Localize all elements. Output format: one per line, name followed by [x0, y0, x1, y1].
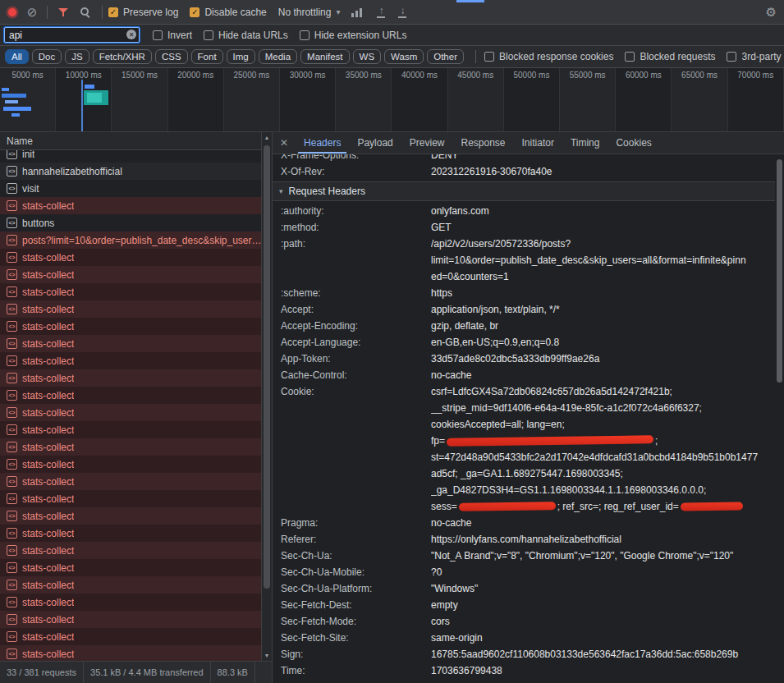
checkbox[interactable]: ✓ — [190, 7, 199, 17]
filter-pill-ws[interactable]: WS — [353, 49, 382, 64]
network-overview-timeline[interactable]: 5000 ms10000 ms15000 ms20000 ms25000 ms3… — [0, 68, 784, 132]
request-row[interactable]: <>stats-collect — [0, 611, 261, 628]
request-row[interactable]: <>stats-collect — [0, 300, 261, 318]
filter-pill-font[interactable]: Font — [191, 49, 223, 64]
header-name: Sec-Fetch-Mode: — [273, 613, 431, 630]
checkbox-blocked-response-cookies[interactable]: Blocked response cookies — [484, 51, 613, 62]
checkbox[interactable]: ✓ — [108, 7, 118, 17]
filter-pill-js[interactable]: JS — [65, 49, 89, 64]
tab-headers[interactable]: Headers — [298, 133, 346, 154]
header-value-line: __stripe_mid=9df140f6-e64a-419e-85fc-a1c… — [431, 400, 775, 416]
checkbox-3rd-party-requests[interactable]: 3rd-party requests — [727, 51, 784, 62]
request-row[interactable]: <>buttons — [0, 214, 261, 231]
tab-preview[interactable]: Preview — [404, 133, 451, 154]
name-column-header[interactable]: Name — [0, 132, 261, 150]
scrollbar-thumb[interactable] — [777, 159, 782, 383]
clear-filter-icon[interactable]: ✕ — [126, 30, 136, 39]
filter-pill-media[interactable]: Media — [259, 49, 297, 64]
request-row[interactable]: <>stats-collect — [0, 283, 261, 300]
request-row[interactable]: <>stats-collect — [0, 559, 261, 576]
tab-response[interactable]: Response — [455, 133, 511, 154]
tab-payload[interactable]: Payload — [351, 133, 398, 154]
export-har-button[interactable]: ↑ — [377, 7, 385, 18]
scroll-down-arrow-icon[interactable]: ▼ — [262, 650, 272, 661]
scroll-up-arrow-icon[interactable]: ▲ — [262, 132, 272, 143]
checkbox[interactable] — [484, 52, 494, 62]
request-row[interactable]: <>stats-collect — [0, 369, 261, 387]
request-row[interactable]: <>stats-collect — [0, 594, 261, 611]
checkbox-blocked-requests[interactable]: Blocked requests — [625, 51, 715, 62]
request-row[interactable]: <>stats-collect — [0, 576, 261, 594]
request-row[interactable]: <>stats-collect — [0, 542, 261, 559]
request-row[interactable]: <>stats-collect — [0, 490, 261, 507]
request-row[interactable]: <>stats-collect — [0, 438, 261, 456]
request-row[interactable]: <>hannahelizabethofficial — [0, 163, 261, 180]
checkbox[interactable] — [727, 52, 736, 62]
request-row[interactable]: <>stats-collect — [0, 628, 261, 645]
settings-gear-icon[interactable]: ⚙ — [766, 5, 777, 20]
checkbox[interactable] — [204, 30, 213, 40]
request-row[interactable]: <>stats-collect — [0, 318, 261, 335]
checkbox-hide-data-urls[interactable]: Hide data URLs — [204, 30, 288, 41]
request-row[interactable]: <>stats-collect — [0, 404, 261, 421]
request-row[interactable]: <>stats-collect — [0, 507, 261, 525]
checkbox-label: Disable cache — [204, 7, 266, 18]
request-row[interactable]: <>stats-collect — [0, 473, 261, 490]
header-name: Sec-Fetch-Dest: — [273, 597, 431, 613]
request-row[interactable]: <>stats-collect — [0, 266, 261, 283]
header-value-line: ed=0&counters=1 — [431, 268, 775, 285]
filter-pill-img[interactable]: Img — [227, 49, 255, 64]
request-row[interactable]: <>stats-collect — [0, 456, 261, 473]
filter-input[interactable] — [4, 27, 140, 43]
request-headers-section-header[interactable]: ▾ Request Headers — [273, 182, 775, 201]
checkbox-disable-cache[interactable]: ✓Disable cache — [190, 7, 266, 18]
header-row: Sec-Ch-Ua-Mobile:?0 — [273, 564, 775, 580]
request-row[interactable]: <>stats-collect — [0, 197, 261, 214]
request-list-scrollbar[interactable]: ▲ ▼ — [261, 132, 272, 661]
checkbox-hide-extension-urls[interactable]: Hide extension URLs — [300, 30, 407, 41]
filter-pill-css[interactable]: CSS — [155, 49, 188, 64]
network-conditions-icon[interactable] — [351, 7, 362, 17]
request-label: stats-collect — [22, 493, 74, 505]
header-value-line: ?0 — [431, 564, 775, 580]
request-row[interactable]: <>stats-collect — [0, 352, 261, 369]
request-row[interactable]: <>visit — [0, 180, 261, 197]
record-button[interactable] — [8, 8, 16, 16]
close-detail-icon[interactable]: ✕ — [273, 137, 296, 149]
checkbox[interactable] — [625, 52, 635, 62]
header-value-line: st=472d48a90d5433bfc2a2d17042e4dfdcafd31… — [431, 449, 775, 465]
checkbox[interactable] — [300, 30, 309, 40]
request-row[interactable]: <>stats-collect — [0, 387, 261, 404]
request-row[interactable]: <>stats-collect — [0, 335, 261, 352]
filter-pill-wasm[interactable]: Wasm — [384, 49, 424, 64]
filter-toggle-icon[interactable] — [58, 7, 70, 17]
search-icon[interactable] — [80, 7, 91, 18]
clear-network-log-button[interactable]: ⊘ — [23, 3, 41, 21]
filter-pill-manifest[interactable]: Manifest — [300, 49, 349, 64]
filter-pill-doc[interactable]: Doc — [32, 49, 62, 64]
checkbox-preserve-log[interactable]: ✓Preserve log — [108, 7, 178, 18]
request-row[interactable]: <>stats-collect — [0, 421, 261, 438]
headers-content: X-Frame-Options: DENY X-Of-Rev:202312261… — [273, 154, 775, 683]
header-value-line: fp=; — [431, 433, 775, 449]
checkbox-invert[interactable]: Invert — [153, 30, 192, 41]
request-row[interactable]: <>stats-collect — [0, 645, 261, 661]
scrollbar-thumb[interactable] — [264, 145, 270, 589]
request-row[interactable]: <>stats-collect — [0, 525, 261, 542]
throttling-dropdown[interactable]: No throttling ▾ — [278, 7, 341, 18]
tab-initiator[interactable]: Initiator — [516, 133, 560, 154]
request-row[interactable]: <>posts?limit=10&order=publish_date_desc… — [0, 231, 261, 249]
toolbar-divider — [102, 6, 103, 19]
detail-scrollbar[interactable] — [775, 154, 784, 683]
tab-timing[interactable]: Timing — [565, 133, 606, 154]
filter-pill-fetch-xhr[interactable]: Fetch/XHR — [93, 49, 152, 64]
filter-pill-all[interactable]: All — [5, 49, 29, 64]
checkbox[interactable] — [153, 30, 163, 40]
header-value: 33d57ade8c02dbc5a333db99ff9ae26a — [431, 351, 775, 367]
header-row: Sec-Ch-Ua:"Not_A Brand";v="8", "Chromium… — [273, 548, 775, 564]
import-har-button[interactable]: ↓ — [398, 7, 406, 18]
filter-pill-other[interactable]: Other — [427, 49, 464, 64]
request-row[interactable]: <>init — [0, 150, 261, 163]
tab-cookies[interactable]: Cookies — [610, 133, 657, 154]
request-row[interactable]: <>stats-collect — [0, 249, 261, 266]
